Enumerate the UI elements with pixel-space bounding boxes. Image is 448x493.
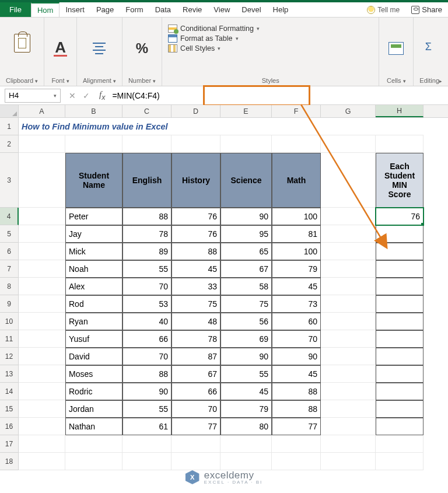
- cell-D15[interactable]: 70: [172, 400, 220, 418]
- cells-button[interactable]: [385, 40, 407, 57]
- cell-name-15[interactable]: Jordan: [65, 400, 123, 418]
- worksheet-grid[interactable]: ABCDEFGH 1How to Find Minimum value in E…: [0, 105, 448, 470]
- col-header-C[interactable]: C: [123, 105, 172, 117]
- cell-G4[interactable]: [321, 208, 376, 225]
- cell-A9[interactable]: [19, 295, 65, 313]
- cell-A11[interactable]: [19, 330, 65, 348]
- cell-E13[interactable]: 55: [220, 365, 272, 383]
- cell-C18[interactable]: [123, 453, 172, 470]
- cell-H18[interactable]: [376, 453, 424, 470]
- tab-hom[interactable]: Hom: [31, 2, 60, 17]
- cell-G9[interactable]: [321, 295, 376, 313]
- row-header-4[interactable]: 4: [0, 208, 19, 225]
- cell-D16[interactable]: 77: [172, 418, 220, 435]
- cell-C13[interactable]: 88: [123, 365, 172, 383]
- cell-F16[interactable]: 77: [272, 418, 321, 435]
- cell-D13[interactable]: 67: [172, 365, 220, 383]
- cell-E4[interactable]: 90: [220, 208, 272, 225]
- cell-H17[interactable]: [376, 435, 424, 453]
- cell-H8[interactable]: [376, 278, 424, 295]
- row-header-3[interactable]: 3: [0, 153, 19, 208]
- cell-C2[interactable]: [123, 135, 172, 153]
- row-header-8[interactable]: 8: [0, 278, 19, 295]
- cell-E6[interactable]: 65: [220, 243, 272, 260]
- cell-A4[interactable]: [19, 208, 65, 225]
- cell-F15[interactable]: 88: [272, 400, 321, 418]
- cell-F11[interactable]: 70: [272, 330, 321, 348]
- cell-G8[interactable]: [321, 278, 376, 295]
- cell-E7[interactable]: 67: [220, 260, 272, 278]
- col-header-H[interactable]: H: [376, 105, 424, 117]
- cell-A6[interactable]: [19, 243, 65, 260]
- cell-C10[interactable]: 40: [123, 313, 172, 330]
- format-as-table-button[interactable]: Format as Table▾: [168, 34, 260, 43]
- cell-E10[interactable]: 56: [220, 313, 272, 330]
- cell-G10[interactable]: [321, 313, 376, 330]
- cell-E14[interactable]: 45: [220, 383, 272, 400]
- row-header-16[interactable]: 16: [0, 418, 19, 435]
- cell-E9[interactable]: 75: [220, 295, 272, 313]
- cell-G16[interactable]: [321, 418, 376, 435]
- cell-D6[interactable]: 88: [172, 243, 220, 260]
- cell-A3[interactable]: [19, 153, 65, 208]
- row-header-14[interactable]: 14: [0, 383, 19, 400]
- cell-name-10[interactable]: Ryan: [65, 313, 123, 330]
- cell-name-6[interactable]: Mick: [65, 243, 123, 260]
- tab-page[interactable]: Page: [90, 2, 120, 17]
- cell-C17[interactable]: [123, 435, 172, 453]
- cell-D10[interactable]: 48: [172, 313, 220, 330]
- tab-help[interactable]: Help: [267, 2, 295, 17]
- tab-insert[interactable]: Insert: [60, 2, 90, 17]
- tab-revie[interactable]: Revie: [177, 2, 208, 17]
- cell-styles-button[interactable]: Cell Styles▾: [168, 44, 260, 53]
- cell-F13[interactable]: 45: [272, 365, 321, 383]
- cell-H14[interactable]: [376, 383, 424, 400]
- cell-H4[interactable]: 76: [376, 208, 424, 225]
- cell-A16[interactable]: [19, 418, 65, 435]
- cell-C7[interactable]: 55: [123, 260, 172, 278]
- cell-H7[interactable]: [376, 260, 424, 278]
- select-all-button[interactable]: [0, 105, 19, 117]
- cell-F6[interactable]: 100: [272, 243, 321, 260]
- cell-G3[interactable]: [321, 153, 376, 208]
- cell-A7[interactable]: [19, 260, 65, 278]
- cell-F8[interactable]: 45: [272, 278, 321, 295]
- cell-D7[interactable]: 45: [172, 260, 220, 278]
- alignment-button[interactable]: [88, 39, 111, 58]
- number-button[interactable]: %: [132, 38, 152, 59]
- tab-devel[interactable]: Devel: [236, 2, 267, 17]
- row-header-5[interactable]: 5: [0, 225, 19, 243]
- cell-F18[interactable]: [272, 453, 321, 470]
- paste-button[interactable]: [10, 32, 34, 65]
- row-header-9[interactable]: 9: [0, 295, 19, 313]
- cell-C11[interactable]: 66: [123, 330, 172, 348]
- formula-input[interactable]: [108, 89, 448, 103]
- cell-E8[interactable]: 58: [220, 278, 272, 295]
- cell-F5[interactable]: 81: [272, 225, 321, 243]
- cell-H6[interactable]: [376, 243, 424, 260]
- cell-H13[interactable]: [376, 365, 424, 383]
- cell-A18[interactable]: [19, 453, 65, 470]
- cell-G13[interactable]: [321, 365, 376, 383]
- cell-A8[interactable]: [19, 278, 65, 295]
- cell-name-12[interactable]: David: [65, 348, 123, 365]
- cell-D11[interactable]: 78: [172, 330, 220, 348]
- cell-C12[interactable]: 70: [123, 348, 172, 365]
- cell-name-14[interactable]: Rodric: [65, 383, 123, 400]
- cell-H9[interactable]: [376, 295, 424, 313]
- cell-H5[interactable]: [376, 225, 424, 243]
- cell-A10[interactable]: [19, 313, 65, 330]
- cell-F14[interactable]: 88: [272, 383, 321, 400]
- cell-E17[interactable]: [220, 435, 272, 453]
- cell-C8[interactable]: 70: [123, 278, 172, 295]
- cell-name-8[interactable]: Alex: [65, 278, 123, 295]
- cell-G15[interactable]: [321, 400, 376, 418]
- col-header-D[interactable]: D: [172, 105, 220, 117]
- cell-D5[interactable]: 76: [172, 225, 220, 243]
- row-header-6[interactable]: 6: [0, 243, 19, 260]
- cell-C14[interactable]: 90: [123, 383, 172, 400]
- cell-E2[interactable]: [220, 135, 272, 153]
- cell-F7[interactable]: 79: [272, 260, 321, 278]
- cell-G5[interactable]: [321, 225, 376, 243]
- cell-A17[interactable]: [19, 435, 65, 453]
